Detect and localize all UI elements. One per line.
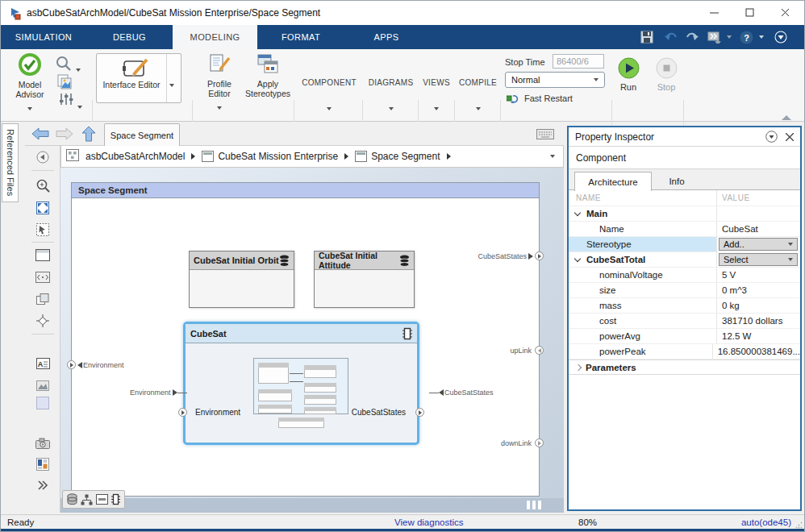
interface-editor-button[interactable]: Interface Editor: [96, 53, 181, 103]
breadcrumb-separator-icon[interactable]: [447, 153, 451, 160]
screenshot-canvas-tool[interactable]: [35, 435, 51, 451]
solver-label[interactable]: auto(ode45): [741, 517, 791, 527]
cubesat-states-external-label[interactable]: CubeSatStates: [429, 389, 494, 397]
row-group-parameters[interactable]: Parameters: [569, 360, 800, 375]
run-button[interactable]: Run: [615, 57, 641, 92]
breadcrumb-item-space-segment[interactable]: Space Segment: [371, 151, 440, 162]
help-button[interactable]: ?: [736, 25, 756, 49]
interface-editor-caret[interactable]: [169, 76, 174, 90]
row-group-main[interactable]: Main: [569, 206, 800, 222]
breadcrumb-item-enterprise[interactable]: CubeSat Mission Enterprise: [218, 151, 338, 162]
tab-format[interactable]: FORMAT: [257, 25, 344, 49]
hierarchy-view-icon[interactable]: [81, 494, 93, 505]
row-mass[interactable]: mass 0 kg: [569, 298, 800, 314]
document-tab[interactable]: Space Segment: [104, 123, 180, 147]
collapse-ribbon-button[interactable]: [782, 110, 791, 125]
nav-back-button[interactable]: [31, 127, 49, 143]
diagram-canvas[interactable]: Space Segment Environment CubeSatStates …: [60, 168, 564, 513]
tab-apps[interactable]: APPS: [344, 25, 428, 49]
panel-menu-icon[interactable]: [765, 131, 778, 143]
maximize-button[interactable]: [732, 1, 767, 24]
export-highlight-button[interactable]: [704, 25, 724, 49]
fast-restart-toggle[interactable]: Fast Restart: [507, 94, 573, 103]
save-button[interactable]: [636, 25, 657, 49]
hide-palette-button[interactable]: [35, 149, 51, 165]
model-advisor-button[interactable]: Model Advisor: [7, 52, 52, 114]
close-button[interactable]: [767, 1, 803, 24]
breadcrumb-separator-icon[interactable]: [191, 153, 195, 160]
compile-dropdown[interactable]: COMPILE: [456, 78, 500, 112]
settings-sliders-button[interactable]: [58, 93, 74, 109]
port-circle-icon[interactable]: [178, 408, 187, 417]
port-circle-icon[interactable]: [415, 408, 424, 417]
architecture-view-icon[interactable]: [111, 493, 120, 505]
block-cubesat[interactable]: CubeSat: [183, 322, 419, 445]
interface-view-icon[interactable]: [67, 493, 77, 505]
diagrams-dropdown[interactable]: DIAGRAMS: [364, 78, 418, 112]
row-stereotype[interactable]: Stereotype Add..: [569, 237, 800, 252]
tab-info[interactable]: Info: [656, 172, 698, 190]
redo-button[interactable]: [682, 25, 703, 49]
add-component-tool[interactable]: [35, 247, 51, 263]
add-adapter-tool[interactable]: [35, 269, 51, 285]
annotation-tool[interactable]: A: [35, 355, 51, 372]
row-cost[interactable]: cost 381710 dollars: [569, 314, 800, 329]
zoom-in-tool[interactable]: [35, 177, 51, 193]
component-dropdown[interactable]: COMPONENT: [296, 78, 362, 112]
boundary-port-downlink[interactable]: downLink: [501, 438, 544, 447]
cubesat-env-external-label[interactable]: Environment: [130, 389, 187, 397]
help-dropdown-caret[interactable]: [756, 25, 767, 49]
minimize-button[interactable]: [696, 1, 732, 24]
architecture-sheet[interactable]: Space Segment Environment CubeSatStates …: [71, 182, 540, 497]
nav-up-button[interactable]: [81, 126, 96, 145]
cubesattotal-dropdown[interactable]: Select: [719, 253, 798, 266]
tab-simulation[interactable]: SIMULATION: [1, 25, 86, 49]
undo-button[interactable]: [661, 25, 682, 49]
stop-button[interactable]: Stop: [653, 57, 680, 92]
tab-debug[interactable]: DEBUG: [86, 25, 173, 49]
row-size[interactable]: size 0 m^3: [569, 283, 800, 298]
nav-forward-button[interactable]: [56, 127, 73, 143]
resize-grip-icon[interactable]: [795, 522, 803, 529]
cubesat-port-environment[interactable]: Environment: [195, 408, 240, 417]
perspective-button[interactable]: [770, 25, 791, 49]
area-annotation-tool[interactable]: [35, 395, 51, 411]
apply-stereotypes-button[interactable]: Apply Stereotypes: [244, 53, 291, 98]
sliders-dropdown-caret[interactable]: [77, 98, 82, 112]
stereotype-dropdown[interactable]: Add..: [719, 238, 798, 251]
row-poweravg[interactable]: powerAvg 12.5 W: [569, 329, 800, 344]
export-dropdown-caret[interactable]: [724, 25, 735, 49]
breadcrumb-item-model[interactable]: asbCubeSatArchModel: [86, 151, 185, 162]
stop-time-input[interactable]: [553, 54, 604, 69]
breadcrumb-separator-icon[interactable]: [344, 153, 348, 160]
duplicate-tool[interactable]: [35, 291, 51, 307]
zoom-tool-button[interactable]: [56, 56, 72, 74]
row-nominalvoltage[interactable]: nominalVoltage 5 V: [569, 268, 800, 283]
referenced-files-tab[interactable]: Referenced Files: [2, 123, 19, 202]
auto-arrange-tool[interactable]: [35, 313, 51, 329]
row-group-cubesattotal[interactable]: CubeSatTotal Select: [569, 252, 800, 268]
image-annotation-tool[interactable]: [35, 377, 51, 393]
more-tools-button[interactable]: [35, 477, 51, 493]
tab-modeling[interactable]: MODELING: [173, 25, 257, 49]
simulation-mode-select[interactable]: Normal: [505, 72, 605, 88]
row-powerpeak[interactable]: powerPeak 16.850000381469...: [569, 344, 800, 360]
profile-editor-button[interactable]: Profile Editor: [196, 53, 243, 113]
tab-architecture[interactable]: Architecture: [574, 172, 652, 191]
screenshot-tool-button[interactable]: [57, 74, 72, 93]
view-diagnostics-link[interactable]: View diagnostics: [394, 517, 463, 527]
boundary-port-uplink[interactable]: upLink: [510, 346, 544, 355]
cubesat-port-cubesatstates[interactable]: CubeSatStates: [352, 408, 406, 417]
breadcrumb-dropdown-caret[interactable]: [550, 155, 555, 158]
panel-close-icon[interactable]: [786, 133, 794, 141]
fit-to-view-tool[interactable]: [35, 200, 51, 216]
horizontal-scrollbar[interactable]: [60, 498, 564, 513]
boundary-port-cubesatstates[interactable]: CubeSatStates: [478, 251, 544, 260]
views-dropdown[interactable]: VIEWS: [419, 78, 454, 112]
viewmarks-tool[interactable]: [35, 456, 51, 472]
select-region-tool[interactable]: [35, 222, 51, 238]
block-cubesat-initial-attitude[interactable]: CubeSat Initial Attitude: [314, 251, 415, 308]
zoom-dropdown-caret[interactable]: [76, 60, 81, 75]
keyboard-shortcuts-icon[interactable]: [536, 128, 554, 143]
component-diagram-icon[interactable]: [96, 494, 108, 505]
